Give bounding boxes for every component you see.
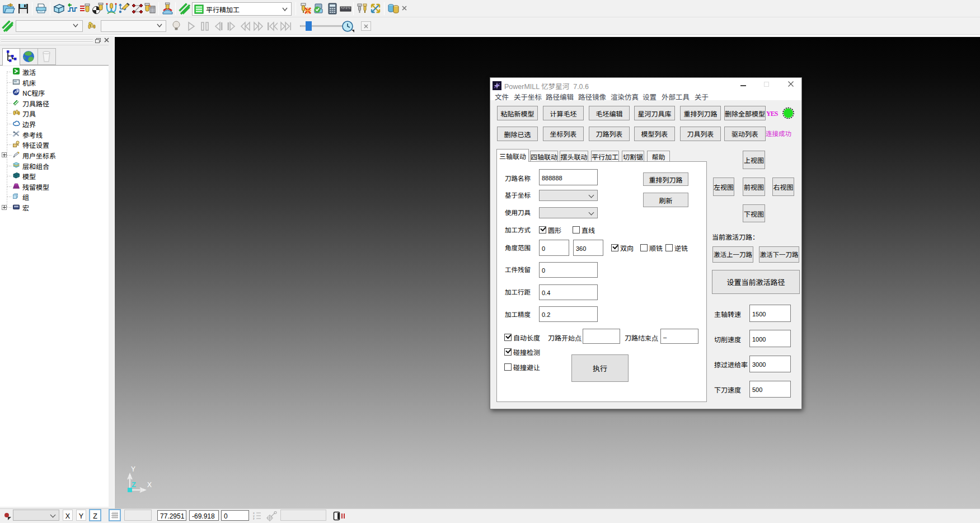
- svg-text:z: z: [253, 517, 255, 520]
- svg-text:Z: Z: [132, 480, 136, 489]
- svg-text:X: X: [147, 481, 152, 489]
- svg-text:Y: Y: [131, 465, 135, 473]
